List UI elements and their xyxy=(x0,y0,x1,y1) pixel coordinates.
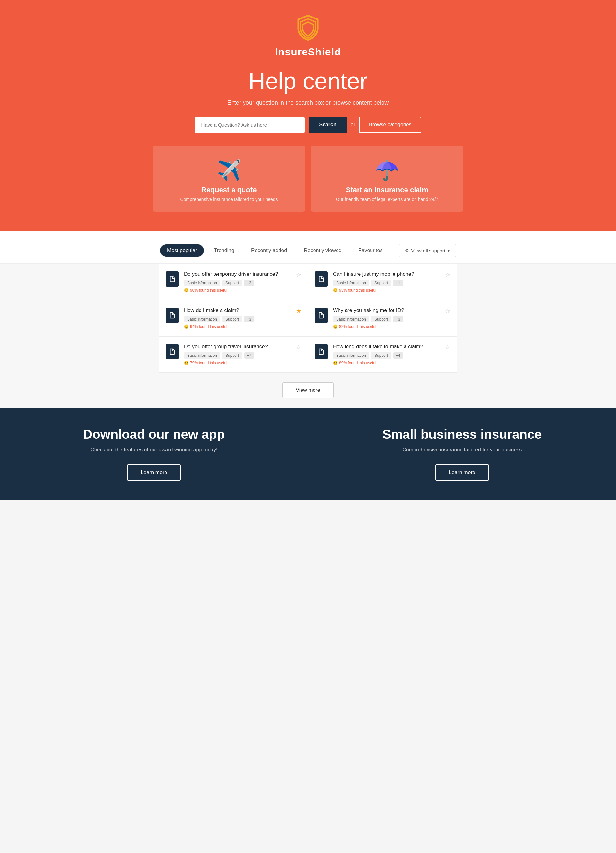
article-tags-6: Basic information Support +4 😊 89% found… xyxy=(333,352,440,365)
tab-recently-viewed[interactable]: Recently viewed xyxy=(297,244,349,257)
hero-cards-row: ✈️ Request a quote Comprehensive insuran… xyxy=(153,146,463,212)
hero-card-quote-title: Request a quote xyxy=(162,186,296,194)
smiley-icon: 😊 xyxy=(333,361,338,365)
tag-basic-info: Basic information xyxy=(333,352,369,359)
hero-card-quote[interactable]: ✈️ Request a quote Comprehensive insuran… xyxy=(153,146,306,212)
article-content-4: Why are you asking me for ID? Basic info… xyxy=(333,308,440,329)
article-icon-6 xyxy=(315,344,328,360)
tag-count: +4 xyxy=(393,352,403,359)
bottom-sections: Download our new app Check out the featu… xyxy=(0,408,616,500)
article-content-5: Do you offer group travel insurance? Bas… xyxy=(184,344,291,365)
useful-text-4: 😊 82% found this useful xyxy=(333,325,376,329)
tab-recently-added[interactable]: Recently added xyxy=(244,244,294,257)
article-title-6: How long does it take to make a claim? xyxy=(333,344,440,350)
tag-support: Support xyxy=(222,352,242,359)
search-input[interactable] xyxy=(195,117,305,133)
star-icon-1[interactable]: ☆ xyxy=(296,271,301,278)
article-tags-4: Basic information Support +3 😊 82% found… xyxy=(333,316,440,329)
article-item-6[interactable]: How long does it take to make a claim? B… xyxy=(308,336,457,373)
document-icon xyxy=(169,275,176,282)
hero-subtitle: Enter your question in the search box or… xyxy=(6,100,610,106)
bottom-card-business-title: Small business insurance xyxy=(321,427,603,442)
star-icon-3[interactable]: ★ xyxy=(296,308,301,315)
document-icon xyxy=(318,275,325,282)
tab-most-popular[interactable]: Most popular xyxy=(160,244,204,257)
article-item-4[interactable]: Why are you asking me for ID? Basic info… xyxy=(308,300,457,336)
article-item-2[interactable]: Can I insure just my mobile phone? Basic… xyxy=(308,264,457,300)
smiley-icon: 😊 xyxy=(184,288,189,293)
view-more-section: View more xyxy=(159,373,457,408)
hero-card-claim-subtitle: Our friendly team of legal experts are o… xyxy=(320,197,454,202)
view-all-label: View all support xyxy=(411,248,445,253)
article-icon-4 xyxy=(315,308,328,323)
support-icon: ⚙ xyxy=(405,247,409,253)
article-tags-5: Basic information Support +7 😊 79% found… xyxy=(184,352,291,365)
smiley-icon: 😊 xyxy=(333,325,338,329)
smiley-icon: 😊 xyxy=(184,325,189,329)
article-item-3[interactable]: How do I make a claim? Basic information… xyxy=(159,300,308,336)
search-button[interactable]: Search xyxy=(309,117,347,133)
useful-text-6: 😊 89% found this useful xyxy=(333,361,376,365)
document-icon xyxy=(169,312,176,319)
smiley-icon: 😊 xyxy=(184,361,189,365)
bottom-card-business: Small business insurance Comprehensive i… xyxy=(308,408,616,500)
document-icon xyxy=(318,312,325,319)
hero-card-claim-title: Start an insurance claim xyxy=(320,186,454,194)
tab-trending[interactable]: Trending xyxy=(207,244,241,257)
logo-name-light: Insure xyxy=(275,46,308,58)
article-content-3: How do I make a claim? Basic information… xyxy=(184,308,291,329)
tag-basic-info: Basic information xyxy=(333,280,369,286)
tabs-row: Most popular Trending Recently added Rec… xyxy=(6,244,610,257)
bottom-card-app-title: Download our new app xyxy=(13,427,295,442)
articles-section: Do you offer temporary driver insurance?… xyxy=(0,264,616,408)
article-icon-1 xyxy=(166,271,179,287)
tag-count: +7 xyxy=(244,352,254,359)
article-item-1[interactable]: Do you offer temporary driver insurance?… xyxy=(159,264,308,300)
hero-title: Help center xyxy=(6,68,610,94)
star-icon-6[interactable]: ☆ xyxy=(445,344,450,351)
tab-favourites[interactable]: Favourites xyxy=(351,244,390,257)
star-icon-5[interactable]: ☆ xyxy=(296,344,301,351)
hero-card-claim[interactable]: ☂️ Start an insurance claim Our friendly… xyxy=(310,146,463,212)
star-icon-4[interactable]: ☆ xyxy=(445,308,450,315)
article-item-5[interactable]: Do you offer group travel insurance? Bas… xyxy=(159,336,308,373)
tag-support: Support xyxy=(371,352,391,359)
tag-count: +3 xyxy=(393,316,403,322)
or-text: or xyxy=(351,122,355,128)
view-more-button[interactable]: View more xyxy=(282,382,333,398)
tag-count: +1 xyxy=(393,280,403,286)
learn-more-app-button[interactable]: Learn more xyxy=(127,464,181,481)
tag-count: +3 xyxy=(244,316,254,322)
tag-basic-info: Basic information xyxy=(333,316,369,322)
useful-text-5: 😊 79% found this useful xyxy=(184,361,227,365)
article-icon-3 xyxy=(166,308,179,323)
tabs-section: Most popular Trending Recently added Rec… xyxy=(0,231,616,264)
search-area: Search or Browse categories xyxy=(6,117,610,133)
article-icon-2 xyxy=(315,271,328,287)
article-tags-1: Basic information Support +2 😊 90% found… xyxy=(184,280,291,293)
smiley-icon: 😊 xyxy=(333,288,338,293)
tag-support: Support xyxy=(222,316,242,322)
view-all-support-button[interactable]: ⚙ View all support ▾ xyxy=(399,244,456,257)
hero-card-quote-subtitle: Comprehensive insurance tailored to your… xyxy=(162,197,296,202)
logo-text: InsureShield xyxy=(6,46,610,58)
bottom-card-app: Download our new app Check out the featu… xyxy=(0,408,308,500)
tag-support: Support xyxy=(222,280,242,286)
article-title-3: How do I make a claim? xyxy=(184,308,291,313)
chevron-down-icon: ▾ xyxy=(447,247,450,253)
article-title-5: Do you offer group travel insurance? xyxy=(184,344,291,350)
header: InsureShield Help center Enter your ques… xyxy=(0,0,616,231)
articles-inner: Do you offer temporary driver insurance?… xyxy=(153,264,463,408)
tag-basic-info: Basic information xyxy=(184,280,220,286)
articles-grid: Do you offer temporary driver insurance?… xyxy=(159,264,457,373)
learn-more-business-button[interactable]: Learn more xyxy=(435,464,489,481)
browse-categories-button[interactable]: Browse categories xyxy=(359,117,421,133)
article-title-4: Why are you asking me for ID? xyxy=(333,308,440,313)
useful-text-1: 😊 90% found this useful xyxy=(184,288,227,293)
article-content-6: How long does it take to make a claim? B… xyxy=(333,344,440,365)
article-content-1: Do you offer temporary driver insurance?… xyxy=(184,271,291,293)
logo-name-bold: Shield xyxy=(308,46,341,58)
tag-basic-info: Basic information xyxy=(184,316,220,322)
logo-icon xyxy=(294,13,322,42)
star-icon-2[interactable]: ☆ xyxy=(445,271,450,278)
